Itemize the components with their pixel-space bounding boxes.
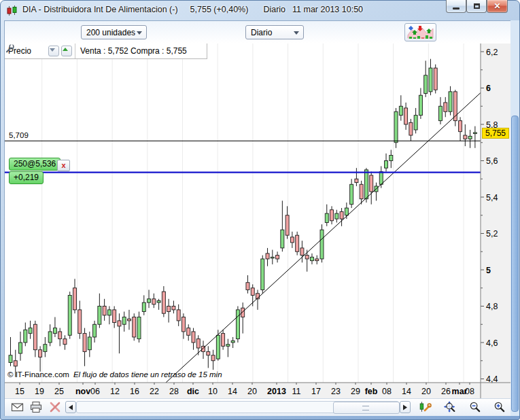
y-axis-label: 4,8 xyxy=(486,302,498,311)
x-axis-label: 26 xyxy=(441,387,451,396)
x-axis-label: 22 xyxy=(150,387,159,396)
bid-ask-quote: Venta : 5,752 Compra : 5,755 xyxy=(80,46,187,56)
y-axis-label: 5 xyxy=(486,266,491,275)
candle xyxy=(133,313,136,340)
x-axis-label: 25 xyxy=(54,387,64,396)
position-tag[interactable]: 250@5,536 xyxy=(9,158,60,171)
move-down-icon xyxy=(49,46,56,53)
x-axis-label: 14 xyxy=(402,387,411,396)
vertical-scrollbar-thumb[interactable] xyxy=(511,116,519,412)
period-dropdown-value: Diario xyxy=(251,28,272,37)
scroll-left-button[interactable] xyxy=(65,401,76,413)
price-chart[interactable]: 6,265,85,65,45,254,84,64,4151925nov06121… xyxy=(5,43,510,398)
candle xyxy=(434,65,437,94)
y-axis-label: 6,2 xyxy=(486,48,498,57)
x-axis-label: 2013 xyxy=(267,387,286,396)
chevron-down-icon xyxy=(137,31,142,35)
x-axis-label: 20 xyxy=(247,387,257,396)
minimize-button[interactable] xyxy=(446,0,466,13)
x-axis-label: 19 xyxy=(35,387,44,396)
window-title: DIA - Distribuidora Int De Alimentacion … xyxy=(22,5,363,14)
candle xyxy=(68,292,71,339)
maximize-button[interactable] xyxy=(466,0,487,13)
thumb-grip xyxy=(362,406,369,410)
client-area: 200 unidades Diario 6,265,85,65,45,254,8… xyxy=(4,20,511,416)
x-axis-label: 28 xyxy=(169,387,179,396)
arrow-right-icon xyxy=(402,404,408,410)
chevron-down-icon xyxy=(294,31,299,35)
mail-icon[interactable] xyxy=(11,401,24,413)
delete-drawing-icon[interactable] xyxy=(48,401,62,413)
y-axis-label: 5,6 xyxy=(486,156,498,166)
x-axis-label: 10 xyxy=(208,387,218,396)
chart-style-icon xyxy=(407,25,434,40)
candle xyxy=(296,232,299,256)
title-price: 5,755 (+0,40%) xyxy=(190,5,249,14)
chart-settings-icon[interactable] xyxy=(418,401,432,413)
x-axis-label: 11 xyxy=(292,387,301,396)
top-toolbar: 200 unidades Diario xyxy=(5,21,510,43)
candle xyxy=(364,168,368,203)
title-datetime: 11 mar 2013 10:50 xyxy=(292,5,363,14)
last-price-tag: 5,755 xyxy=(482,128,509,139)
y-axis-label: 4,6 xyxy=(486,338,498,348)
move-up-icon xyxy=(62,46,69,53)
candle xyxy=(453,90,457,126)
x-axis-label: 12 xyxy=(110,387,120,396)
print-icon[interactable] xyxy=(29,401,43,413)
y-axis-label: 5,2 xyxy=(486,229,498,239)
x-axis-label: 20 xyxy=(421,387,431,396)
minimize-icon xyxy=(453,7,460,10)
header-separator xyxy=(75,43,75,58)
bottom-toolbar xyxy=(5,398,510,416)
x-axis-label: 29 xyxy=(351,387,360,396)
move-pane-up-button[interactable] xyxy=(61,46,72,56)
x-axis-label: 06 xyxy=(90,387,100,396)
level-line-label: 5,709 xyxy=(9,131,29,139)
x-axis-label: feb xyxy=(365,387,378,396)
candle xyxy=(394,108,398,148)
close-position-icon[interactable]: x xyxy=(57,160,70,171)
units-dropdown-value: 200 unidades xyxy=(86,28,135,37)
horizontal-scrollbar[interactable] xyxy=(76,401,399,413)
maximize-icon xyxy=(474,3,480,9)
candle xyxy=(236,307,239,343)
close-icon: ✕ xyxy=(493,1,500,11)
x-axis-label: 15 xyxy=(15,387,24,396)
x-axis-label: 08 xyxy=(465,387,474,396)
chart-style-button[interactable] xyxy=(404,23,436,41)
x-axis-label: nov xyxy=(75,387,90,396)
title-bar[interactable]: DIA - Distribuidora Int De Alimentacion … xyxy=(0,0,520,20)
title-symbol: DIA - Distribuidora Int De Alimentacion … xyxy=(22,5,178,14)
vertical-scrollbar[interactable] xyxy=(510,20,519,416)
zoom-out-icon[interactable] xyxy=(468,401,482,413)
move-pane-down-button[interactable] xyxy=(48,46,59,56)
period-dropdown[interactable]: Diario xyxy=(245,25,304,39)
x-axis-label: 08 xyxy=(382,387,392,396)
delay-notice: El flujo de datos tiene un retraso de 15… xyxy=(73,370,222,379)
app-candlestick-icon xyxy=(6,5,18,17)
zoom-fit-icon[interactable] xyxy=(443,401,457,413)
y-axis-label: 5,4 xyxy=(486,193,498,203)
zoom-in-icon[interactable] xyxy=(493,401,506,413)
scrollbar-thumb[interactable] xyxy=(333,402,400,414)
arrow-left-icon xyxy=(68,404,73,410)
x-axis-label: 16 xyxy=(130,387,139,396)
title-period: Diario xyxy=(263,5,285,14)
candle xyxy=(261,256,264,294)
x-axis-label: dic xyxy=(187,387,199,396)
pnl-tag: +0,219 xyxy=(9,171,44,184)
close-button[interactable]: ✕ xyxy=(487,0,508,13)
candle xyxy=(320,224,324,262)
scroll-right-button[interactable] xyxy=(400,401,411,413)
x-axis-label: 14 xyxy=(228,387,237,396)
x-axis-label: 23 xyxy=(331,387,341,396)
data-provider-note: © IT-Finance.comEl flujo de datos tiene … xyxy=(7,370,222,379)
units-dropdown[interactable]: 200 unidades xyxy=(81,25,147,39)
wrench-icon[interactable] xyxy=(5,43,15,54)
chart-panel: 6,265,85,65,45,254,84,64,4151925nov06121… xyxy=(5,43,510,398)
y-axis-label: 6 xyxy=(486,84,491,93)
x-axis-label: 17 xyxy=(311,387,321,396)
panel-header: Precio Venta : 5,752 Compra : 5,755 xyxy=(5,43,207,59)
copyright-text: © IT-Finance.com xyxy=(7,370,69,379)
